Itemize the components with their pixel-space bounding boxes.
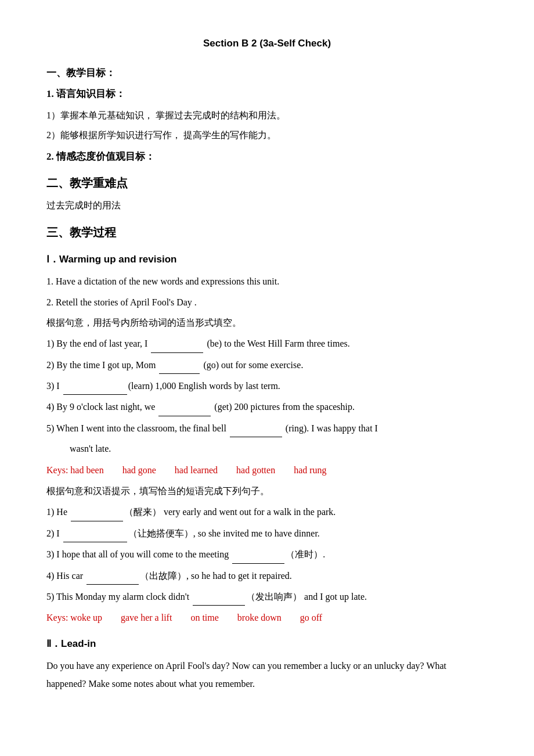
keys1-item1: had been	[70, 465, 103, 475]
instruction2: 根据句意和汉语提示，填写恰当的短语完成下列句子。	[46, 483, 488, 500]
ex2_1-after: very early and went out for a walk in th…	[161, 507, 335, 517]
ex5-continuation: wasn't late.	[70, 440, 488, 458]
part1-heading: Ⅰ．Warming up and revision	[46, 251, 488, 269]
part2-content: Do you have any experience on April Fool…	[46, 657, 488, 693]
ex2_3-hint: （准时）	[286, 549, 323, 559]
exercise2-5: 5) This Monday my alarm clock didn't （发出…	[46, 588, 488, 606]
section1-heading: 一、教学目标：	[46, 64, 488, 82]
keys1-item4: had gotten	[236, 465, 275, 475]
keys1-item2: had gone	[122, 465, 156, 475]
instruction1: 根据句意，用括号内所给动词的适当形式填空。	[46, 314, 488, 332]
ex5-after: (ring). I was happy that I	[283, 423, 378, 433]
ex2_5-blank[interactable]	[193, 588, 245, 606]
ex3-blank[interactable]	[63, 377, 127, 395]
keys1-line: Keys: had been had gone had learned had …	[46, 462, 488, 479]
ex2-after: (go) out for some exercise.	[201, 360, 303, 370]
exercise-3: 3) I (learn) 1,000 English words by last…	[46, 377, 488, 395]
exercise2-4: 4) His car （出故障）, so he had to get it re…	[46, 567, 488, 585]
ex1-before: 1) By the end of last year, I	[46, 339, 150, 348]
section2-content: 过去完成时的用法	[46, 197, 488, 214]
keys1-item5: had rung	[294, 465, 326, 475]
ex2_1-hint: （醒来）	[124, 507, 161, 517]
exercise2-1: 1) He （醒来） very early and went out for a…	[46, 503, 488, 521]
ex2_3-blank[interactable]	[232, 545, 284, 563]
ex2_3-before: 3) I hope that all of you will come to t…	[46, 549, 231, 559]
section1-item2: 2）能够根据所学知识进行写作， 提高学生的写作能力。	[46, 127, 488, 144]
ex2_4-hint: （出故障）	[140, 571, 186, 581]
ex1-after: (be) to the West Hill Farm three times.	[204, 339, 349, 348]
page-title: Section B 2 (3a-Self Check)	[46, 35, 488, 53]
ex2_2-after: , so she invited me to have dinner.	[193, 528, 320, 538]
exercise2-3: 3) I hope that all of you will come to t…	[46, 545, 488, 563]
ex2_4-blank[interactable]	[86, 567, 139, 585]
ex2_5-after: and I got up late.	[302, 592, 367, 602]
keys2-line: Keys: woke up gave her a lift on time br…	[46, 609, 488, 627]
ex3-after: (learn) 1,000 English words by last term…	[128, 381, 280, 391]
ex4-blank[interactable]	[158, 398, 211, 416]
part1-item2: 2. Retell the stories of April Fool's Da…	[46, 294, 488, 311]
exercise-4: 4) By 9 o'clock last night, we (get) 200…	[46, 398, 488, 416]
keys2-item2: gave her a lift	[121, 613, 172, 622]
keys2-item3: on time	[190, 613, 218, 622]
ex2_4-before: 4) His car	[46, 571, 85, 581]
ex4-before: 4) By 9 o'clock last night, we	[46, 402, 157, 412]
ex2-before: 2) By the time I got up, Mom	[46, 360, 158, 370]
ex2-blank[interactable]	[159, 356, 200, 374]
ex2_3-after: .	[323, 549, 325, 559]
exercise-5: 5) When I went into the classroom, the f…	[46, 419, 488, 437]
exercise-1: 1) By the end of last year, I (be) to th…	[46, 334, 488, 352]
ex2_5-before: 5) This Monday my alarm clock didn't	[46, 592, 192, 602]
keys1-label: Keys:	[46, 465, 70, 475]
ex2_1-before: 1) He	[46, 507, 70, 517]
section1-item1: 1）掌握本单元基础知识， 掌握过去完成时的结构和用法。	[46, 107, 488, 124]
ex2_2-before: 2) I	[46, 528, 62, 538]
ex5-blank[interactable]	[230, 419, 282, 437]
ex2_5-hint: （发出响声）	[246, 592, 302, 602]
section1-sub2-label: 2. 情感态度价值观目标：	[46, 148, 488, 166]
ex2_2-blank[interactable]	[63, 524, 127, 542]
ex2_4-after: , so he had to get it repaired.	[186, 571, 292, 581]
keys2-label: Keys:	[46, 613, 70, 622]
section1-sub1-label: 1. 语言知识目标：	[46, 85, 488, 103]
part1-item1: 1. Have a dictation of the new words and…	[46, 273, 488, 290]
ex2_2-hint: （让她搭便车）	[128, 528, 193, 538]
ex4-after: (get) 200 pictures from the spaceship.	[212, 402, 355, 412]
exercise2-2: 2) I （让她搭便车）, so she invited me to have …	[46, 524, 488, 542]
ex3-before: 3) I	[46, 381, 62, 391]
ex5-before: 5) When I went into the classroom, the f…	[46, 423, 229, 433]
keys2-item1: woke up	[70, 613, 102, 622]
keys2-item5: go off	[300, 613, 322, 622]
part2-heading: Ⅱ．Lead-in	[46, 635, 488, 653]
ex1-blank[interactable]	[151, 334, 203, 352]
section3-heading: 三、教学过程	[46, 222, 488, 243]
ex2_1-blank[interactable]	[71, 503, 123, 521]
exercise-2: 2) By the time I got up, Mom (go) out fo…	[46, 356, 488, 374]
section2-heading: 二、教学重难点	[46, 172, 488, 193]
keys1-item3: had learned	[175, 465, 218, 475]
keys2-item4: broke down	[237, 613, 282, 622]
